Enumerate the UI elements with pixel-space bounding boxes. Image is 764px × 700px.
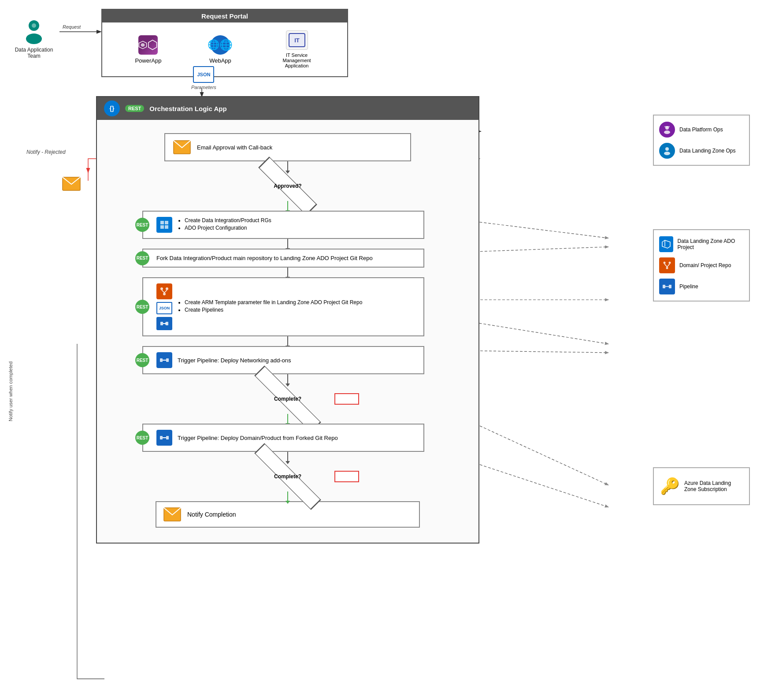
svg-point-55 [664,152,670,155]
step1-content: Create Data Integration/Product RGs ADO … [156,217,416,233]
svg-text:Request: Request [63,24,81,30]
orchestration-rest-badge: REST [125,105,144,112]
right-box-item-data-platform-ops: Data Platform Ops [659,122,744,138]
email-rejected-icon [62,176,81,191]
complete1-red-box [334,393,359,405]
request-portal-body: PowerApp 🌐 WebApp IT IT Service Manageme… [102,22,347,76]
svg-rect-47 [160,436,163,439]
notify-completion-label: Notify Completion [187,511,236,518]
svg-point-35 [160,287,163,290]
right-box-item-subscription: 🔑 Azure Data Landing Zone Subscription [660,477,743,495]
svg-rect-48 [166,436,169,439]
approved-label: Approved? [274,183,301,189]
email-approval-box: Email Approval with Call-back [164,133,411,161]
webapp-icon: 🌐 [211,35,230,55]
step4-content: Trigger Pipeline: Deploy Networking add-… [156,352,291,368]
step5-content: Trigger Pipeline: Deploy Domain/Product … [156,430,338,446]
svg-point-36 [166,287,168,290]
svg-point-52 [664,130,670,134]
orchestration-body: Email Approval with Call-back Approved? … [97,120,478,543]
svg-rect-61 [663,285,665,288]
subscription-key-icon: 🔑 [660,477,680,495]
step3-repo-icon [156,283,172,299]
notify-rejected-area [62,176,81,191]
itsm-label: IT Service Management Application [279,52,315,68]
complete2-red-box [334,471,359,482]
svg-rect-53 [664,126,670,127]
step4-rest-badge: REST [135,353,149,367]
step2-wrapper: REST Fork Data Integration/Product main … [142,249,433,268]
step3-text: Create ARM Template parameter file in La… [177,299,362,314]
portal-item-powerapp: PowerApp [135,35,161,64]
svg-text:{}: {} [110,105,115,112]
notify-user-label: Notify user when completed [8,361,13,421]
complete2-diamond: Complete? [248,462,327,491]
step2-box: Fork Data Integration/Product main repos… [142,249,424,268]
step4-wrapper: REST Trigger Pipeline: Deploy Networking… [142,346,433,374]
svg-line-38 [162,290,164,293]
pipeline-icon [659,279,675,294]
svg-line-59 [664,264,667,267]
svg-point-57 [669,262,671,264]
params-label: Parameters [191,85,216,90]
email-approval-icon [173,140,191,154]
right-box-approvers: Data Platform Ops Data Landing Zone Ops [653,115,750,166]
powerapp-icon [138,35,158,55]
webapp-label: WebApp [209,57,231,64]
pipeline-label: Pipeline [679,283,698,290]
email-approval-container: Email Approval with Call-back [164,133,411,161]
svg-marker-28 [141,43,145,47]
step3-box: JSON Create ARM Template parameter file … [142,277,424,336]
svg-rect-44 [160,358,163,362]
step3-json-icon: JSON [156,302,172,314]
arrow-email-to-diamond [287,161,288,171]
ado-project-icon [659,236,673,252]
orchestration-header: {} REST Orchestration Logic App [97,97,478,120]
svg-point-56 [664,262,666,264]
domain-repo-label: Domain/ Project Repo [679,262,731,268]
request-portal-header: Request Portal [102,10,347,22]
svg-rect-40 [160,322,163,325]
step4-text: Trigger Pipeline: Deploy Networking add-… [178,357,291,364]
right-box-item-data-landing-ops: Data Landing Zone Ops [659,143,744,159]
diagram-container: Request Notify Approver Callback URL [0,0,764,700]
step5-pipeline-icon [156,430,172,446]
svg-point-37 [163,293,166,295]
svg-line-60 [667,264,670,267]
approved-diamond: Approved? [259,171,316,201]
svg-line-39 [164,290,167,293]
itsm-icon: IT [286,30,308,50]
step3-pipeline-icon [156,317,172,330]
complete1-diamond: Complete? [248,384,327,414]
right-box-item-domain-repo: Domain/ Project Repo [659,257,744,273]
data-landing-ops-icon [659,143,675,159]
ado-project-label: Data Landing Zone ADO Project [678,238,744,250]
data-landing-ops-label: Data Landing Zone Ops [679,148,735,154]
domain-repo-icon [659,257,675,273]
request-portal: Request Portal PowerApp 🌐 WebApp [101,9,348,77]
step5-text: Trigger Pipeline: Deploy Domain/Product … [178,435,338,441]
data-platform-ops-icon [659,122,675,138]
email-approval-label: Email Approval with Call-back [197,144,272,151]
right-box-ado: Data Landing Zone ADO Project Domain/ Pr… [653,229,750,302]
svg-rect-62 [669,285,671,288]
step1-box: Create Data Integration/Product RGs ADO … [142,211,424,239]
notify-completion-box: Notify Completion [156,501,420,528]
step4-pipeline-icon [156,352,172,368]
data-platform-ops-label: Data Platform Ops [679,127,723,133]
orchestration-logic-app: {} REST Orchestration Logic App Email Ap… [96,96,479,544]
svg-text:IT: IT [294,37,300,44]
step1-rest-badge: REST [135,218,149,232]
orchestration-title: Orchestration Logic App [149,105,226,112]
svg-point-25 [26,34,42,44]
complete2-label: Complete? [274,473,301,480]
step3-wrapper: REST JSON Create AR [142,277,433,336]
step5-rest-badge: REST [135,431,149,445]
portal-item-webapp: 🌐 WebApp [209,35,231,64]
svg-rect-45 [166,358,169,362]
subscription-label: Azure Data Landing Zone Subscription [684,480,743,492]
email-completion-icon [163,507,181,521]
right-box-subscription: 🔑 Azure Data Landing Zone Subscription [653,467,750,505]
step3-rest-badge: REST [135,300,149,314]
powerapp-label: PowerApp [135,57,161,64]
